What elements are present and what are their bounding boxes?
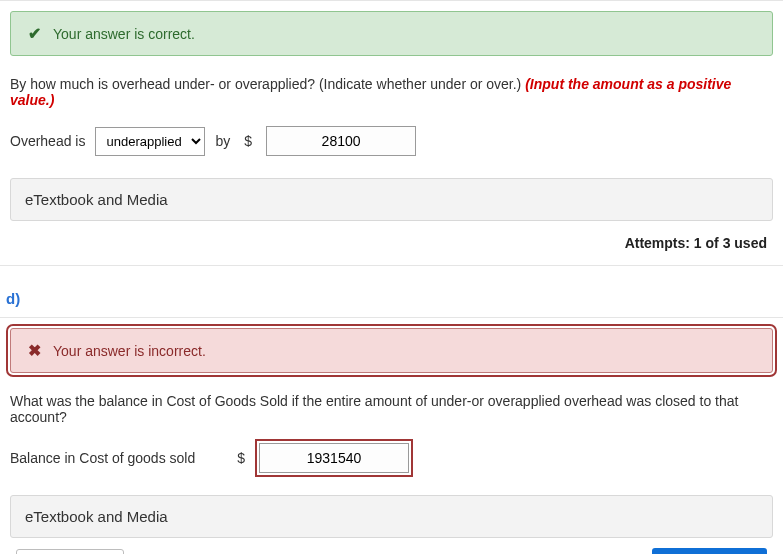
etextbook-label: eTextbook and Media <box>25 191 168 208</box>
overhead-direction-select[interactable]: underapplied <box>95 127 205 156</box>
feedback-text: Your answer is incorrect. <box>53 343 206 359</box>
action-row: Save for Later Attempts: 1 of 3 used Sub… <box>10 548 773 554</box>
cogs-balance-input[interactable] <box>259 443 409 473</box>
overhead-amount-input[interactable] <box>266 126 416 156</box>
answer-row: Overhead is underapplied by $ <box>10 126 773 156</box>
check-icon: ✔ <box>25 24 43 43</box>
save-for-later-button[interactable]: Save for Later <box>16 549 124 554</box>
attempts-counter: Attempts: 1 of 3 used <box>10 231 773 251</box>
cross-icon: ✖ <box>25 341 43 360</box>
etextbook-panel[interactable]: eTextbook and Media <box>10 178 773 221</box>
feedback-correct-banner: ✔ Your answer is correct. <box>10 11 773 56</box>
overhead-label: Overhead is <box>10 133 85 149</box>
currency-symbol: $ <box>244 133 252 149</box>
feedback-incorrect-banner: ✖ Your answer is incorrect. <box>10 328 773 373</box>
question-part-c: ✔ Your answer is correct. By how much is… <box>0 0 783 266</box>
etextbook-panel[interactable]: eTextbook and Media <box>10 495 773 538</box>
question-body: By how much is overhead under- or overap… <box>10 76 525 92</box>
currency-symbol: $ <box>237 450 245 466</box>
answer-row: Balance in Cost of goods sold $ <box>10 443 773 473</box>
submit-answer-button[interactable]: Submit Answer <box>652 548 767 554</box>
balance-label: Balance in Cost of goods sold <box>10 450 195 466</box>
question-text: By how much is overhead under- or overap… <box>10 76 773 108</box>
part-marker-d: d) <box>6 290 783 307</box>
question-part-d: ✖ Your answer is incorrect. What was the… <box>0 317 783 554</box>
etextbook-label: eTextbook and Media <box>25 508 168 525</box>
feedback-text: Your answer is correct. <box>53 26 195 42</box>
question-text: What was the balance in Cost of Goods So… <box>10 393 773 425</box>
by-label: by <box>215 133 230 149</box>
